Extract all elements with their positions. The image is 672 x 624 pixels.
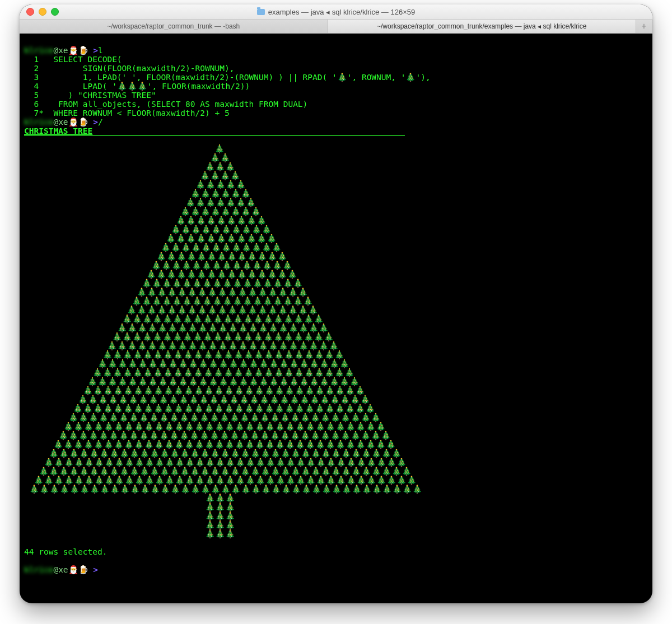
- prompt-host: @xe: [53, 46, 68, 55]
- entered-command-2: /: [98, 118, 103, 126]
- window-titlebar[interactable]: examples — java ◂ sql klrice/klrice — 12…: [20, 4, 652, 20]
- rows-selected-status: 44 rows selected.: [24, 547, 107, 556]
- prompt-caret: >: [93, 118, 98, 126]
- folder-icon: [257, 9, 265, 15]
- prompt-caret: >: [93, 46, 98, 55]
- prompt-host: @xe: [53, 118, 68, 126]
- terminal-window: examples — java ◂ sql klrice/klrice — 12…: [20, 4, 652, 603]
- entered-command-1: l: [98, 46, 103, 55]
- prompt-host: @xe: [53, 565, 68, 574]
- terminal-viewport[interactable]: klrice@xe🎅🍺 >l 1 SELECT DECODE( 2 SIGN(F…: [20, 34, 652, 603]
- prompt-emoji: 🎅🍺: [68, 118, 88, 126]
- result-divider: [24, 135, 405, 136]
- window-title: examples — java ◂ sql klrice/klrice — 12…: [20, 8, 652, 16]
- prompt-emoji: 🎅🍺: [68, 46, 88, 55]
- tab-sql[interactable]: ~/workspace/raptor_common_trunk/examples…: [328, 20, 637, 33]
- result-rows: 🎄 🎄🎄 🎄🎄🎄 🎄🎄🎄🎄 🎄🎄🎄🎄🎄: [24, 144, 422, 538]
- window-title-text: examples — java ◂ sql klrice/klrice — 12…: [268, 8, 415, 16]
- prompt-user: klrice: [24, 118, 53, 126]
- result-column-header: CHRISTMAS TREE: [24, 126, 92, 135]
- new-tab-button[interactable]: +: [636, 20, 652, 33]
- tab-label: ~/workspace/raptor_common_trunk — -bash: [107, 22, 240, 30]
- tab-bash[interactable]: ~/workspace/raptor_common_trunk — -bash: [20, 20, 328, 33]
- prompt-emoji: 🎅🍺: [68, 565, 88, 574]
- sql-listing: 1 SELECT DECODE( 2 SIGN(FLOOR(maxwidth/2…: [24, 55, 431, 118]
- tab-label: ~/workspace/raptor_common_trunk/examples…: [377, 22, 586, 30]
- prompt-user: klrice: [24, 565, 53, 574]
- tab-bar: ~/workspace/raptor_common_trunk — -bash …: [20, 20, 652, 34]
- prompt-caret: >: [93, 565, 98, 574]
- prompt-user: klrice: [24, 46, 53, 55]
